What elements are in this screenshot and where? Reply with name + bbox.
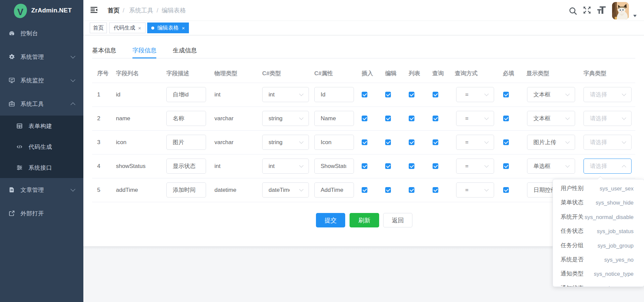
svg-text:V: V — [17, 7, 23, 17]
